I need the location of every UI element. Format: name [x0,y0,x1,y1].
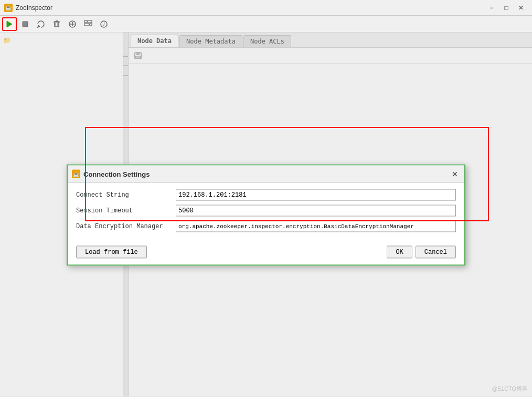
encryption-manager-row: Data Encryption Manager [76,221,456,232]
dialog-title: Connection Settings [83,170,150,178]
svg-rect-10 [84,20,92,23]
dialog-icon: ☕ [72,170,80,178]
modal-overlay: ☕ Connection Settings ✕ Connect String S… [0,33,532,397]
encryption-manager-label: Data Encryption Manager [76,223,176,230]
encryption-manager-input[interactable] [176,221,456,232]
delete-button[interactable] [49,17,64,31]
main-toolbar: i [0,16,532,33]
app-title: ZooInspector [16,4,52,12]
window-controls: − □ ✕ [485,3,528,13]
svg-rect-11 [84,24,92,26]
connection-settings-dialog: ☕ Connection Settings ✕ Connect String S… [67,165,465,266]
svg-marker-0 [7,21,12,27]
connect-button[interactable] [2,17,17,31]
ok-button[interactable]: OK [387,246,412,259]
session-timeout-input[interactable] [176,205,456,217]
dialog-title-bar: ☕ Connection Settings ✕ [68,166,464,183]
title-bar: ☕ ZooInspector − □ ✕ [0,0,532,16]
dialog-ok-cancel-group: OK Cancel [387,246,456,259]
minimize-button[interactable]: − [485,3,498,13]
load-from-file-button[interactable]: Load from file [76,246,147,259]
dialog-footer: Load from file OK Cancel [68,243,464,265]
info-button[interactable]: i [97,17,111,31]
dialog-close-button[interactable]: ✕ [450,169,460,179]
svg-rect-12 [87,21,88,22]
add-button[interactable] [65,17,80,31]
connect-string-row: Connect String [76,189,456,201]
window-close-button[interactable]: ✕ [514,3,528,13]
connect-string-label: Connect String [76,191,176,199]
cancel-button[interactable]: Cancel [416,246,456,259]
disconnect-button[interactable] [18,17,33,31]
svg-text:i: i [103,22,105,27]
session-timeout-row: Session Timeout [76,205,456,217]
app-icon: ☕ [4,4,13,12]
settings-button[interactable] [81,17,95,31]
dialog-title-left: ☕ Connection Settings [72,170,150,178]
dialog-body: Connect String Session Timeout Data Encr… [68,183,464,243]
connect-string-input[interactable] [176,189,456,201]
refresh-button[interactable] [34,17,48,31]
svg-rect-13 [89,24,90,25]
maximize-button[interactable]: □ [499,3,513,13]
session-timeout-label: Session Timeout [76,207,176,214]
svg-rect-1 [23,22,28,27]
